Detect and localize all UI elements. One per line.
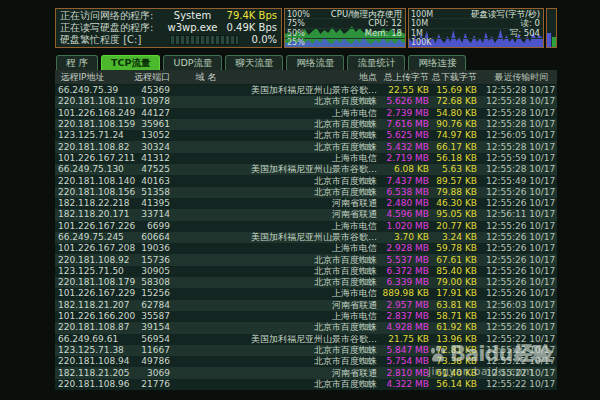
cell-remote-ip: 101.226.167.208 (55, 243, 110, 254)
table-row[interactable]: 182.118.22.21841395河南省联通2.480 MB46.30 KB… (55, 198, 557, 209)
column-header-4[interactable]: 总上传字节 (380, 70, 429, 84)
cell-remote-port: 40163 (110, 176, 172, 187)
table-row[interactable]: 66.249.75.3945369美国加利福尼亚州山景市谷歌…22.55 KB1… (55, 85, 557, 96)
disk-write-value: 写: 504 (471, 29, 540, 38)
cell-location: 北京市百度蜘蛛 (240, 266, 380, 277)
tab-流量统计[interactable]: 流量统计 (347, 55, 405, 70)
table-row[interactable]: 220.181.108.9449786北京市百度蜘蛛5.754 MB73.38 … (55, 356, 557, 367)
cell-remote-port: 30905 (110, 266, 172, 277)
cell-upload-bytes: 2.837 MB (380, 311, 429, 322)
table-row[interactable]: 101.226.167.22915256上海市电信889.98 KB17.91 … (55, 288, 557, 299)
cell-upload-bytes: 5.754 MB (380, 356, 429, 367)
cell-last-transfer-time: 12:55:26 10/17 (477, 322, 557, 333)
cell-last-transfer-time: 12:55:26 10/17 (477, 221, 557, 232)
table-row[interactable]: 66.249.69.6156954美国加利福尼亚州山景市谷歌…21.75 KB1… (55, 334, 557, 345)
cell-upload-bytes: 22.55 KB (380, 85, 429, 96)
column-header-6[interactable]: 最近传输时间 (477, 70, 557, 84)
table-row[interactable]: 182.118.21.2053069河南省联通2.810 MB61.40 KB1… (55, 367, 557, 378)
table-row[interactable]: 182.118.20.17133714河南省联通4.596 MB95.05 KB… (55, 209, 557, 220)
cell-location: 河南省联通 (240, 300, 380, 311)
cell-remote-ip: 220.181.108.87 (55, 322, 110, 333)
table-row[interactable]: 101.226.167.20819036上海市电信2.928 MB59.78 K… (55, 243, 557, 254)
cpu-stats: CPU/物理内存使用 CPU: 12 Mem: 18 (331, 10, 402, 38)
cell-location: 美国加利福尼亚州山景市谷歌… (240, 164, 380, 175)
column-header-0[interactable]: 远程IP地址 (55, 70, 110, 84)
cell-location: 美国加利福尼亚州山景市谷歌… (240, 85, 380, 96)
network-process-label: 正在访问网络的程序: (60, 10, 166, 22)
network-monitor-window: 正在访问网络的程序: System 79.4K Bps 正在读写硬盘的程序: w… (0, 0, 600, 400)
table-row[interactable]: 101.226.166.20035587上海市电信2.837 MB58.71 K… (55, 311, 557, 322)
cell-download-bytes: 63.81 KB (429, 300, 477, 311)
table-row[interactable]: 182.118.21.20762784河南省联通2.957 MB63.81 KB… (55, 300, 557, 311)
tab-程序[interactable]: 程 序 (56, 55, 98, 70)
cell-upload-bytes: 6.08 KB (380, 164, 429, 175)
cell-remote-port: 45369 (110, 85, 172, 96)
cell-remote-ip: 101.226.167.229 (55, 288, 110, 299)
partial-graph (547, 21, 556, 47)
cell-upload-bytes: 6.538 MB (380, 187, 429, 198)
table-row[interactable]: 220.181.108.15935961北京市百度蜘蛛7.616 MB90.76… (55, 119, 557, 130)
column-header-2[interactable]: 域 名 (172, 70, 240, 84)
table-header-row: 远程IP地址远程端口域 名地点总上传字节总下载字节最近传输时间 (55, 70, 557, 85)
tab-网络连接[interactable]: 网络连接 (408, 55, 466, 70)
cell-last-transfer-time: 12:55:49 10/17 (477, 176, 557, 187)
cell-remote-port: 6699 (110, 221, 172, 232)
table-body: 66.249.75.3945369美国加利福尼亚州山景市谷歌…22.55 KB1… (55, 85, 557, 390)
cell-download-bytes: 15.69 KB (429, 85, 477, 96)
cell-remote-port: 35587 (110, 311, 172, 322)
cell-last-transfer-time: 12:55:28 10/17 (477, 108, 557, 119)
cell-remote-ip: 220.181.108.82 (55, 142, 110, 153)
cell-upload-bytes: 4.596 MB (380, 209, 429, 220)
cell-remote-ip: 123.125.71.38 (55, 345, 110, 356)
cell-download-bytes: 5.63 KB (429, 164, 477, 175)
tab-聊天流量[interactable]: 聊天流量 (225, 55, 283, 70)
cell-upload-bytes: 3.70 KB (380, 232, 429, 243)
cell-last-transfer-time: 12:55:26 10/17 (477, 232, 557, 243)
table-row[interactable]: 101.226.167.21141312上海市电信2.719 MB56.18 K… (55, 153, 557, 164)
cell-upload-bytes: 4.928 MB (380, 322, 429, 333)
cell-remote-port: 10978 (110, 96, 172, 107)
table-row[interactable]: 220.181.108.17958308北京市百度蜘蛛6.339 MB79.00… (55, 277, 557, 288)
disk-process-row: 正在读写硬盘的程序: w3wp.exe 0.49K Bps (60, 22, 277, 34)
table-row[interactable]: 123.125.71.5030905北京市百度蜘蛛6.372 MB85.40 K… (55, 266, 557, 277)
table-row[interactable]: 220.181.108.11010978北京市百度蜘蛛5.626 MB72.68… (55, 96, 557, 107)
table-row[interactable]: 101.226.168.24944127上海市电信2.739 MB54.80 K… (55, 108, 557, 119)
table-row[interactable]: 220.181.108.14040163北京市百度蜘蛛7.437 MB89.57… (55, 175, 557, 186)
tab-UDP流量[interactable]: UDP流量 (163, 55, 222, 70)
cell-last-transfer-time: 12:55:22 10/17 (477, 334, 557, 345)
cell-remote-ip: 220.181.108.159 (55, 119, 110, 130)
cell-remote-port: 51358 (110, 187, 172, 198)
cell-upload-bytes: 2.719 MB (380, 153, 429, 164)
table-row[interactable]: 66.249.75.13047525美国加利福尼亚州山景市谷歌…6.08 KB5… (55, 164, 557, 175)
disk-busy-meter (170, 35, 239, 45)
tab-TCP流量[interactable]: TCP流量 (101, 55, 160, 70)
cell-location: 河南省联通 (240, 209, 380, 220)
tab-网络流量[interactable]: 网络流量 (286, 55, 344, 70)
table-row[interactable]: 101.226.167.2266699上海市电信1.020 MB20.77 KB… (55, 221, 557, 232)
column-header-5[interactable]: 总下载字节 (429, 70, 477, 84)
cell-upload-bytes: 5.537 MB (380, 255, 429, 266)
table-row[interactable]: 220.181.108.8739154北京市百度蜘蛛4.928 MB61.92 … (55, 322, 557, 333)
column-header-3[interactable]: 地点 (240, 70, 380, 84)
table-row[interactable]: 66.249.75.24560664美国加利福尼亚州山景市谷歌…3.70 KB3… (55, 232, 557, 243)
cell-remote-port: 49786 (110, 356, 172, 367)
cell-upload-bytes: 2.810 MB (380, 368, 429, 379)
column-header-1[interactable]: 远程端口 (110, 70, 172, 84)
table-row[interactable]: 220.181.108.15651358北京市百度蜘蛛6.538 MB79.88… (55, 187, 557, 198)
network-rate-value: 79.4K Bps (219, 10, 277, 22)
cell-download-bytes: 89.57 KB (429, 176, 477, 187)
disk-io-graph-panel: 100M 10M 1M 100K 硬盘读写(字节/秒) 读: 0 写: 504 (408, 8, 544, 48)
table-row[interactable]: 220.181.108.8230324北京市百度蜘蛛5.432 MB66.17 … (55, 141, 557, 152)
cell-download-bytes: 56.18 KB (429, 153, 477, 164)
cell-download-bytes: 72.81 KB (429, 345, 477, 356)
table-row[interactable]: 123.125.71.3811667北京市百度蜘蛛5.847 MB72.81 K… (55, 345, 557, 356)
cell-upload-bytes: 2.957 MB (380, 300, 429, 311)
cell-download-bytes: 59.78 KB (429, 243, 477, 254)
table-row[interactable]: 220.181.108.9215736北京市百度蜘蛛5.537 MB67.61 … (55, 254, 557, 265)
cell-remote-port: 41395 (110, 198, 172, 209)
cell-location: 美国加利福尼亚州山景市谷歌… (240, 232, 380, 243)
network-process-value: System (166, 10, 219, 22)
table-row[interactable]: 123.125.71.2413052北京市百度蜘蛛5.625 MB74.97 K… (55, 130, 557, 141)
cell-location: 北京市百度蜘蛛 (240, 176, 380, 187)
table-row[interactable]: 220.181.108.9621776北京市百度蜘蛛4.322 MB56.14 … (55, 379, 557, 390)
